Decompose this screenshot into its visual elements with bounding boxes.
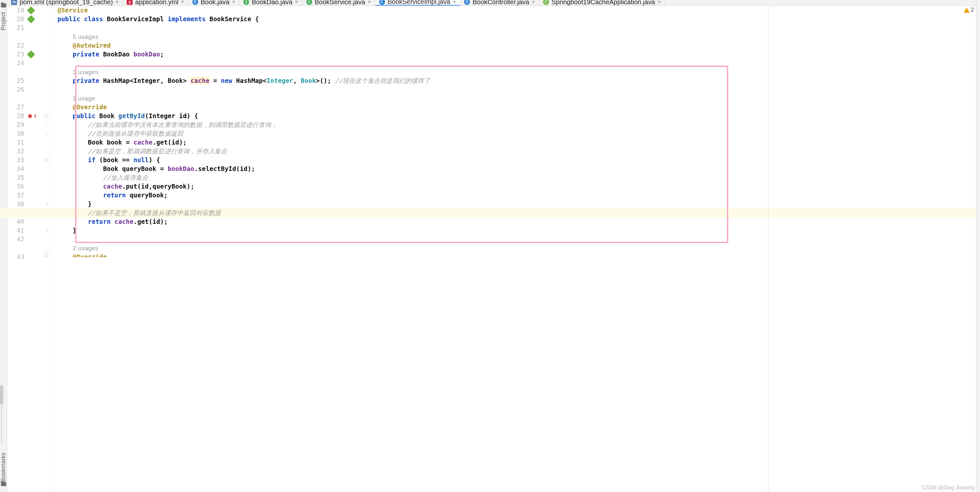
spring-bean-icon[interactable] [27, 6, 35, 14]
left-rail-thumb[interactable] [0, 385, 3, 405]
line-number: 24 [7, 59, 24, 68]
code-line[interactable] [51, 24, 976, 32]
fold-toggle-icon[interactable] [42, 156, 51, 164]
code-line[interactable]: 3 usages [51, 68, 976, 76]
line-number: 26 [7, 85, 24, 94]
code-line[interactable]: } [51, 226, 976, 235]
editor-tab-0[interactable]: mpom.xml (springboot_19_cache)× [7, 0, 123, 6]
code-line[interactable]: @Override [51, 252, 976, 257]
editor-tab-4[interactable]: IBookService.java× [302, 0, 375, 6]
gutter-icon-slot [27, 147, 42, 156]
project-tool-icon[interactable] [1, 3, 6, 8]
fold-mark-slot [42, 244, 51, 252]
line-number: 21 [7, 24, 24, 32]
editor-tab-2[interactable]: CBook.java× [188, 0, 239, 6]
editor-tab-3[interactable]: IBookDao.java× [239, 0, 302, 6]
line-number: 42 [7, 235, 24, 244]
gutter-icon-slot [27, 32, 42, 41]
code-line[interactable]: private BookDao bookDao; [51, 50, 976, 59]
code-line[interactable] [51, 235, 976, 244]
fold-mark-slot [42, 129, 51, 138]
tab-close-icon[interactable]: × [116, 0, 119, 5]
tab-label: BookService.java [315, 0, 366, 6]
gutter-icon-slot [27, 182, 42, 191]
line-number: 43 [7, 252, 24, 257]
code-line[interactable]: @Service [51, 6, 976, 15]
tab-close-icon[interactable]: × [453, 0, 456, 5]
code-line[interactable]: if (book == null) { [51, 156, 976, 164]
tab-close-icon[interactable]: × [295, 0, 298, 5]
gutter-icon-slot [27, 235, 42, 244]
gutter-icon-slot [27, 191, 42, 200]
code-line[interactable]: //如果当前缓存中没有本次要查询的数据，则调用数据层进行查询， [51, 121, 976, 129]
tab-close-icon[interactable]: × [181, 0, 184, 5]
gutter-icon-slot [27, 226, 42, 235]
tab-close-icon[interactable]: × [532, 0, 535, 5]
gutter-icon-slot [27, 41, 42, 50]
right-margin-guide [768, 6, 768, 492]
tab-label: application.yml [135, 0, 178, 6]
line-number: 32 [7, 147, 24, 156]
code-line[interactable]: 1 usage [51, 94, 976, 103]
fold-mark-slot [42, 50, 51, 59]
code-line[interactable]: @Override [51, 103, 976, 111]
code-line[interactable]: Book queryBook = bookDao.selectById(id); [51, 164, 976, 173]
line-number [7, 94, 24, 103]
code-line[interactable]: //放入缓存集合 [51, 173, 976, 182]
editor-tab-1[interactable]: yapplication.yml× [123, 0, 188, 6]
code-line[interactable]: //如果是空，那就调数据层进行查询，并存入集合 [51, 147, 976, 156]
code-line[interactable]: 2 usages [51, 244, 976, 252]
code-line[interactable]: public class BookServiceImpl implements … [51, 15, 976, 24]
bookmarks-tool-label[interactable]: Bookmarks [0, 452, 7, 482]
code-line[interactable] [51, 85, 976, 94]
line-number-gutter: 1920212223242526272829303132333435363738… [7, 6, 27, 492]
line-number: 22 [7, 41, 24, 50]
inspection-warning-badge[interactable]: 2 [964, 6, 974, 13]
code-line[interactable]: private HashMap<Integer, Book> cache = n… [51, 76, 976, 85]
tab-close-icon[interactable]: × [232, 0, 235, 5]
fold-mark-slot [42, 200, 51, 208]
tab-close-icon[interactable]: × [658, 0, 661, 5]
code-line[interactable]: cache.put(id,queryBook); [51, 182, 976, 191]
fold-mark-slot [42, 76, 51, 85]
tab-close-icon[interactable]: × [368, 0, 371, 5]
tab-label: BookServiceImpl.java [388, 0, 450, 6]
line-number: 33 [7, 156, 24, 164]
code-line[interactable]: return cache.get(id); [51, 217, 976, 226]
spring-bean-icon[interactable] [27, 50, 35, 59]
fold-mark-slot [42, 24, 51, 32]
project-tool-label[interactable]: Project [0, 12, 7, 30]
bookmarks-tool-icon[interactable] [1, 482, 6, 486]
override-icon[interactable] [28, 114, 32, 118]
fold-toggle-icon[interactable] [42, 111, 51, 121]
spring-bean-icon[interactable] [27, 15, 35, 23]
fold-toggle-icon[interactable] [42, 252, 51, 257]
code-line[interactable]: //否则直接从缓存中获取数据返回 [51, 129, 976, 138]
editor-tab-7[interactable]: CSpringboot19CacheApplication.java× [539, 0, 665, 6]
gutter-icon-slot [27, 173, 42, 182]
fold-mark-slot [42, 217, 51, 226]
line-number: 29 [7, 121, 24, 129]
code-line[interactable]: Book book = cache.get(id); [51, 138, 976, 147]
code-line[interactable]: //如果不是空，那就直接从缓存中返回对应数据 [0, 208, 976, 217]
line-number [7, 244, 24, 252]
editor-tab-5[interactable]: CBookServiceImpl.java× [375, 0, 460, 6]
gutter-icon-slot [27, 121, 42, 129]
code-line[interactable] [51, 59, 976, 68]
watermark-text: CSDN @Ding Jiaxiong [922, 485, 975, 491]
editor-tab-6[interactable]: CBookController.java× [460, 0, 539, 6]
line-number: 30 [7, 129, 24, 138]
gutter-icon-slot [27, 103, 42, 111]
gutter-icon-slot [27, 24, 42, 32]
code-line[interactable]: @Autowired [51, 41, 976, 50]
code-editor[interactable]: @Servicepublic class BookServiceImpl imp… [51, 6, 976, 492]
code-line[interactable]: return queryBook; [51, 191, 976, 200]
gutter-icon-slot [27, 200, 42, 208]
code-line[interactable]: public Book getById(Integer id) { [51, 111, 976, 121]
svc-file-icon: I [306, 0, 312, 5]
gutter-icon-slot [27, 85, 42, 94]
code-line[interactable]: 5 usages [51, 32, 976, 41]
line-number: 25 [7, 76, 24, 85]
code-line[interactable]: } [51, 200, 976, 208]
gutter-icon-slot [27, 252, 42, 257]
